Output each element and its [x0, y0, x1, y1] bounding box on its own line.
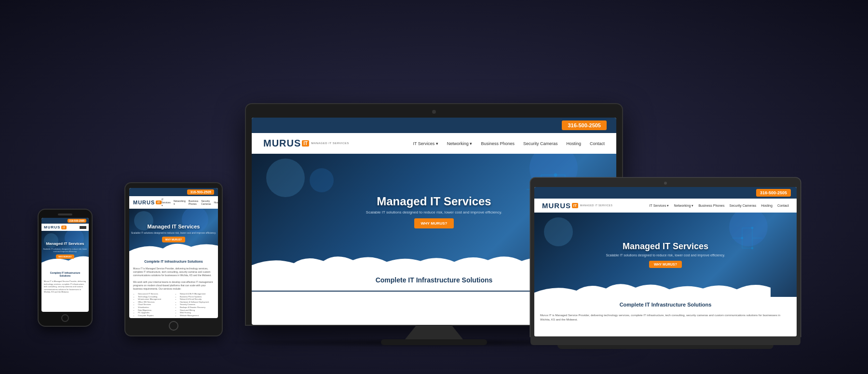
laptop-logo-text: MURUS	[542, 201, 571, 210]
laptop-nav-contact[interactable]: Contact	[777, 204, 789, 207]
hamburger-menu[interactable]	[80, 226, 86, 229]
tablet-frame: 316-500-2505 MURUS IT IT Services ▾ Netw…	[125, 183, 222, 335]
nav-networking[interactable]: Networking ▾	[447, 141, 473, 146]
tablet-section-heading: Complete IT Infrastructure Solutions	[134, 260, 213, 263]
monitor-logo-subtitle: MANAGED IT SERVICES	[311, 142, 349, 145]
laptop-phone-badge: 316-500-2505	[756, 189, 791, 197]
phone-logo: MURUS IT	[44, 225, 67, 229]
phone-body: Murus IT is Managed Service Provider, de…	[41, 279, 89, 295]
phone-logo-it: IT	[61, 226, 66, 229]
phone-logo-text: MURUS	[44, 225, 60, 229]
tablet-logo-text: MURUS	[133, 200, 155, 205]
laptop-logo-subtitle: MANAGED IT SERVICES	[580, 204, 612, 207]
phone-device: 316-500-2505 MURUS IT M	[39, 210, 92, 326]
monitor-topbar: 316-500-2505	[252, 118, 616, 133]
laptop-nav: MURUS IT MANAGED IT SERVICES IT Services…	[534, 199, 797, 213]
monitor-stand	[405, 325, 463, 339]
phone-screen: 316-500-2505 MURUS IT M	[41, 218, 89, 312]
tablet-hero: Managed IT Services Scalable IT solution…	[129, 209, 218, 257]
monitor-nav-links: IT Services ▾ Networking ▾ Business Phon…	[413, 141, 605, 146]
laptop-nav-hosting[interactable]: Hosting	[761, 204, 773, 207]
tablet-nav-links: IT Services ▾ Networking ▾ Business Phon…	[162, 198, 218, 207]
monitor-logo-it: IT	[302, 140, 309, 147]
tablet-screen: 316-500-2505 MURUS IT IT Services ▾ Netw…	[129, 188, 218, 318]
laptop-nav-links: IT Services ▾ Networking ▾ Business Phon…	[650, 204, 789, 208]
monitor-hero-title: Managed IT Services	[377, 195, 491, 208]
laptop-content: Complete IT Infrastructure Solutions	[534, 297, 797, 310]
nav-contact[interactable]: Contact	[590, 141, 605, 146]
tablet-hero-clouds	[129, 240, 218, 257]
tablet-topbar: 316-500-2505	[129, 188, 218, 196]
monitor-logo-text: MURUS	[263, 138, 301, 149]
svg-point-5	[751, 247, 753, 249]
nav-it-services[interactable]: IT Services ▾	[413, 141, 438, 146]
tablet-col2: Network & Wi-Fi Management Business Phon…	[175, 293, 214, 317]
laptop-camera	[664, 182, 667, 185]
monitor-hero-subtitle: Scalable IT solutions designed to reduce…	[366, 210, 502, 214]
laptop-website: 316-500-2505 MURUS IT MANAGED IT SERVICE…	[534, 187, 797, 336]
laptop-topbar: 316-500-2505	[534, 187, 797, 199]
tablet-nav-hosting[interactable]: Hosting	[214, 201, 218, 204]
laptop-hero: Managed IT Services Scalable IT solution…	[534, 213, 797, 297]
laptop-hero-cta[interactable]: WHY MURUS?	[649, 261, 682, 268]
laptop-screen-wrapper: 316-500-2505 MURUS IT MANAGED IT SERVICE…	[530, 178, 800, 336]
phone-hero: Managed IT Services Scalable IT solution…	[41, 231, 89, 269]
monitor-hero-cta[interactable]: WHY MURUS?	[414, 218, 454, 228]
phone-body-text: Murus IT is Managed Service Provider, de…	[44, 280, 86, 294]
laptop-nav-phones[interactable]: Business Phones	[698, 204, 724, 207]
tablet-hero-title: Managed IT Services	[148, 224, 200, 229]
laptop-nav-networking[interactable]: Networking ▾	[674, 204, 693, 208]
scene: 316-500-2505 MURUS IT MANAGED IT SERVICE…	[0, 0, 868, 374]
tablet-body-p1: Murus IT is Managed Service Provider, de…	[133, 267, 214, 277]
phone-nav: MURUS IT	[41, 224, 89, 231]
monitor-nav: MURUS IT MANAGED IT SERVICES IT Services…	[252, 133, 616, 154]
laptop-nav-it[interactable]: IT Services ▾	[650, 204, 669, 208]
tablet-nav-cameras[interactable]: Security Cameras	[201, 200, 211, 205]
tablet-content: Complete IT Infrastructure Solutions	[129, 257, 218, 265]
tablet-hero-subtitle: Scalable IT solutions designed to reduce…	[131, 231, 216, 234]
phone-website: 316-500-2505 MURUS IT M	[41, 218, 89, 312]
tablet-nav-networking[interactable]: Networking ▾	[174, 200, 186, 205]
tablet-nav-it[interactable]: IT Services ▾	[162, 198, 171, 207]
phone-section-heading: Complete IT Infrastructure Solutions	[44, 271, 86, 277]
laptop-device: 316-500-2505 MURUS IT MANAGED IT SERVICE…	[530, 178, 800, 345]
laptop-circuit-icon	[727, 221, 771, 255]
laptop-content-body: Murus IT is Managed Service Provider, de…	[534, 310, 797, 325]
laptop-screen: 316-500-2505 MURUS IT MANAGED IT SERVICE…	[534, 187, 797, 336]
tablet-hero-cta[interactable]: WHY MURUS?	[162, 237, 185, 242]
laptop-logo-it: IT	[572, 203, 578, 208]
nav-business-phones[interactable]: Business Phones	[481, 141, 515, 146]
phone-speaker	[58, 214, 72, 215]
tablet-col1: Outsourced IT Services Technology Consul…	[133, 293, 172, 317]
tablet-logo-it: IT	[156, 200, 161, 204]
svg-point-4	[751, 227, 753, 228]
tablet-columns: Outsourced IT Services Technology Consul…	[133, 293, 214, 317]
monitor-base	[381, 339, 487, 345]
monitor-phone-badge: 316-500-2505	[562, 120, 607, 130]
svg-point-3	[741, 237, 743, 239]
laptop-hero-title: Managed IT Services	[623, 241, 708, 252]
monitor-camera	[432, 110, 436, 114]
phone-frame: 316-500-2505 MURUS IT M	[39, 210, 92, 326]
laptop-section-heading: Complete IT Infrastructure Solutions	[542, 302, 789, 307]
laptop-hero-clouds	[534, 280, 771, 297]
phone-home-button[interactable]	[61, 314, 69, 322]
nav-security-cameras[interactable]: Security Cameras	[523, 141, 558, 146]
monitor-logo: MURUS IT MANAGED IT SERVICES	[263, 138, 349, 149]
laptop-logo: MURUS IT MANAGED IT SERVICES	[542, 201, 612, 210]
tablet-body-p2: We work with your internal teams to deve…	[133, 280, 214, 291]
phone-hero-subtitle: Scalable IT solutions designed to reduce…	[41, 248, 89, 253]
nav-hosting[interactable]: Hosting	[566, 141, 581, 146]
phone-hero-cta[interactable]: WHY MURUS?	[56, 254, 74, 259]
tablet-nav: MURUS IT IT Services ▾ Networking ▾ Busi…	[129, 196, 218, 209]
tablet-home-button[interactable]	[169, 321, 178, 331]
tablet-nav-phones[interactable]: Business Phones	[189, 200, 198, 205]
tablet-logo: MURUS IT	[133, 200, 162, 205]
tablet-website: 316-500-2505 MURUS IT IT Services ▾ Netw…	[129, 188, 218, 318]
tablet-content-body: Murus IT is Managed Service Provider, de…	[129, 265, 218, 318]
phone-hero-title: Managed IT Services	[46, 241, 84, 246]
laptop-body-text: Murus IT is Managed Service Provider, de…	[540, 313, 791, 322]
laptop-nav-cameras[interactable]: Security Cameras	[730, 204, 757, 207]
phone-content: Complete IT Infrastructure Solutions	[41, 269, 89, 279]
laptop-bottom	[530, 336, 800, 345]
